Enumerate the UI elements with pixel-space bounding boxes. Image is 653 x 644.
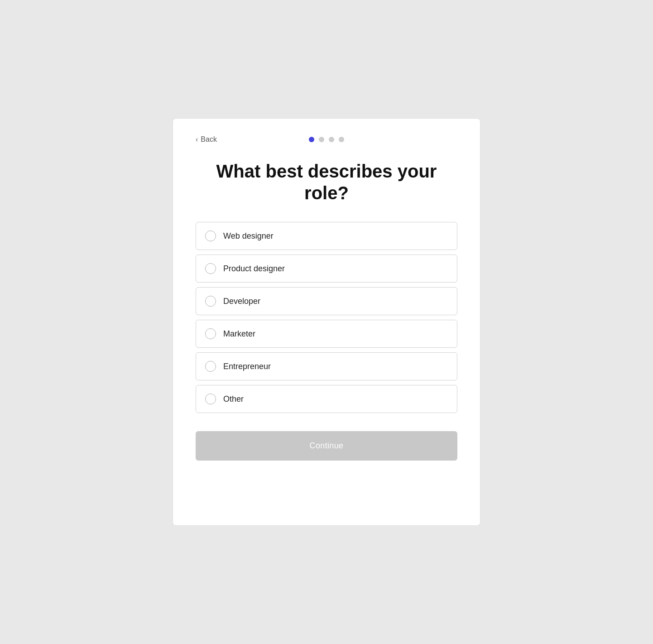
radio-developer bbox=[205, 296, 216, 307]
options-list: Web designer Product designer Developer … bbox=[196, 222, 457, 413]
option-entrepreneur[interactable]: Entrepreneur bbox=[196, 352, 457, 380]
continue-button[interactable]: Continue bbox=[196, 431, 457, 461]
radio-marketer bbox=[205, 328, 216, 339]
option-label-marketer: Marketer bbox=[223, 329, 255, 339]
back-button[interactable]: ‹ Back bbox=[196, 135, 217, 144]
option-label-web-designer: Web designer bbox=[223, 231, 274, 241]
option-label-other: Other bbox=[223, 394, 244, 404]
option-web-designer[interactable]: Web designer bbox=[196, 222, 457, 250]
page-title: What best describes your role? bbox=[200, 160, 453, 204]
radio-other bbox=[205, 394, 216, 404]
option-other[interactable]: Other bbox=[196, 385, 457, 413]
radio-web-designer bbox=[205, 231, 216, 241]
pagination-dot-2 bbox=[319, 137, 324, 142]
option-label-developer: Developer bbox=[223, 297, 260, 306]
option-label-product-designer: Product designer bbox=[223, 264, 285, 274]
pagination-dot-3 bbox=[329, 137, 334, 142]
back-label: Back bbox=[201, 135, 217, 144]
radio-product-designer bbox=[205, 263, 216, 274]
back-chevron-icon: ‹ bbox=[196, 135, 198, 144]
survey-card: ‹ Back What best describes your role? We… bbox=[173, 118, 480, 526]
option-label-entrepreneur: Entrepreneur bbox=[223, 362, 271, 371]
pagination-dots bbox=[309, 137, 344, 142]
pagination-dot-4 bbox=[339, 137, 344, 142]
option-marketer[interactable]: Marketer bbox=[196, 320, 457, 348]
option-developer[interactable]: Developer bbox=[196, 287, 457, 315]
radio-entrepreneur bbox=[205, 361, 216, 372]
option-product-designer[interactable]: Product designer bbox=[196, 255, 457, 283]
header: ‹ Back bbox=[196, 137, 457, 142]
pagination-dot-1 bbox=[309, 137, 314, 142]
